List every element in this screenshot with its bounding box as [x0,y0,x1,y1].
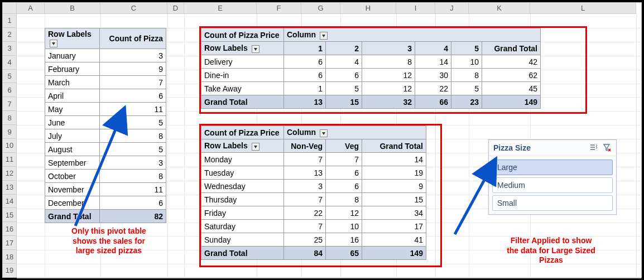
slicer-item-small[interactable]: Small [492,195,613,211]
cell-label: Wednesday [201,180,284,193]
row-header-11[interactable]: 11 [3,153,17,167]
table-row[interactable]: July8 [45,129,166,143]
row-header-13[interactable]: 13 [3,181,17,195]
grand-total-label: Grand Total [45,210,100,223]
cell-value: 7 [100,76,166,89]
cell-value: 8 [362,55,415,69]
row-header-2[interactable]: 2 [3,28,17,42]
row-header-10[interactable]: 10 [3,139,17,153]
grand-total-value: 13 [284,95,326,109]
row-header-15[interactable]: 15 [3,208,17,222]
row-header-17[interactable]: 17 [3,236,17,250]
table-row[interactable]: October8 [45,170,166,183]
row-header-4[interactable]: 4 [3,56,17,70]
table-row[interactable]: April6 [45,89,166,103]
row-header-16[interactable]: 16 [3,222,17,236]
row-header-12[interactable]: 12 [3,167,17,181]
cell-value: 6 [326,166,362,180]
table-row[interactable]: September3 [45,156,166,170]
table-row[interactable]: June5 [45,116,166,129]
cell-value: 7 [284,193,326,206]
col-header-cell: 4 [415,42,451,55]
table-row[interactable]: Wednesday369 [201,180,426,193]
table-row[interactable]: August5 [45,143,166,156]
dropdown-icon[interactable] [50,40,57,47]
dropdown-icon[interactable] [320,129,328,137]
dropdown-icon[interactable] [252,143,259,151]
row-header-19[interactable]: 19 [3,264,17,278]
slicer-item-medium[interactable]: Medium [492,177,613,193]
row-header-18[interactable]: 18 [3,250,17,264]
col-header-I[interactable]: I [396,3,435,14]
dropdown-icon[interactable] [320,32,328,40]
grand-total-label: Grand Total [201,247,284,260]
col-header-L[interactable]: L [530,3,636,14]
table-row[interactable]: Dine-in661230862 [201,69,541,82]
grand-total-row: Grand Total1315326623149 [201,95,541,109]
table-row[interactable]: November11 [45,183,166,196]
col-header-E[interactable]: E [184,3,257,14]
table-row[interactable]: Sunday251641 [201,233,426,247]
pt2-row-labels-header[interactable]: Row Labels [201,42,284,55]
table-row[interactable]: Tuesday13619 [201,166,426,180]
row-header-7[interactable]: 7 [3,97,17,111]
table-row[interactable]: Saturday71017 [201,220,426,233]
cell-label: Friday [201,206,284,220]
col-header-A[interactable]: A [17,3,45,14]
col-header-K[interactable]: K [469,3,530,14]
cell-label: June [45,116,100,129]
annotation-left: Only this pivot tableshows the sales for… [53,226,165,256]
table-row[interactable]: May11 [45,103,166,116]
pivot-table-delivery: Count of Pizza Price Column Row Labels 1… [201,28,541,109]
col-header-H[interactable]: H [340,3,396,14]
cell-label: September [45,156,100,170]
spreadsheet: ABCDEFGHIJKL 123456789101112131415161718… [2,2,642,278]
grand-total-label: Grand Total [201,95,284,109]
table-row[interactable]: Friday221234 [201,206,426,220]
cell-label: Thursday [201,193,284,206]
pt1-row-labels-header[interactable]: Row Labels [45,28,100,49]
col-header-G[interactable]: G [301,3,340,14]
pt2-column-header[interactable]: Column [284,28,541,42]
pt3-row-labels-header[interactable]: Row Labels [201,139,284,153]
multi-select-icon[interactable] [589,143,598,152]
col-header-C[interactable]: C [100,3,167,14]
row-header-14[interactable]: 14 [3,195,17,209]
pt3-column-header[interactable]: Column [284,126,426,139]
dropdown-icon[interactable] [252,45,259,53]
row-header-5[interactable]: 5 [3,70,17,84]
row-header-6[interactable]: 6 [3,83,17,97]
table-row[interactable]: March7 [45,76,166,89]
cell-value: 3 [100,156,166,170]
cell-value: 17 [362,220,426,233]
col-header-J[interactable]: J [435,3,469,14]
arrow-right [455,176,487,234]
table-row[interactable]: February9 [45,62,166,76]
grand-total-value: 84 [284,247,326,260]
table-row[interactable]: January3 [45,49,166,62]
col-header-D[interactable]: D [167,3,184,14]
grid-area[interactable]: Row Labels Count of Pizza January3Februa… [17,14,641,277]
row-header-9[interactable]: 9 [3,125,17,139]
table-row[interactable]: Monday7714 [201,153,426,166]
cell-value: 7 [326,153,362,166]
col-header-B[interactable]: B [45,3,100,14]
pt3-row-label: Row Labels [204,141,248,150]
col-header-F[interactable]: F [257,3,301,14]
cell-value: 19 [362,166,426,180]
table-row[interactable]: December6 [45,196,166,210]
clear-filter-icon[interactable] [603,143,612,152]
row-header-8[interactable]: 8 [3,111,17,125]
cell-value: 12 [326,206,362,220]
row-header-1[interactable]: 1 [3,14,17,28]
pivot-table-months: Row Labels Count of Pizza January3Februa… [45,28,166,223]
row-header-3[interactable]: 3 [3,42,17,56]
col-header-cell: Veg [326,139,362,153]
table-row[interactable]: Take Away151222545 [201,82,541,95]
table-row[interactable]: Delivery648141042 [201,55,541,69]
table-row[interactable]: Thursday7815 [201,193,426,206]
slicer-pizza-size: Pizza Size LargeMediumSmall [488,139,617,215]
slicer-item-large[interactable]: Large [492,160,613,175]
select-all-corner[interactable] [3,3,17,14]
cell-label: Monday [201,153,284,166]
